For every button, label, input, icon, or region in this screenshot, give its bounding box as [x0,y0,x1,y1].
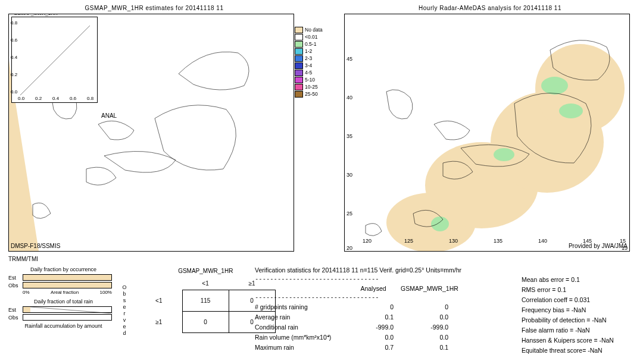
lon-tick: 140 [538,238,547,244]
score-row: RMS error = 0.1 [522,286,614,296]
legend-label: 25-50 [305,91,318,97]
verif-row: Rain volume (mm*km²x10⁴)0.00.0 [255,332,461,342]
verif-estimate: 0.0 [401,334,448,341]
bar-est-occurrence [23,274,112,281]
skill-scores: Mean abs error = 0.1RMS error = 0.1Corre… [522,276,614,357]
ctable-row-lt: <1 [136,290,182,311]
verif-label: # gridpoints raining [255,303,353,310]
legend-swatch [295,77,303,83]
verif-analysed: 0.0 [353,334,401,341]
inset-xtick: 0.4 [52,96,59,101]
lat-tick: 40 [347,95,352,101]
score-row: Correlation coeff = 0.031 [522,296,614,306]
svg-line-1 [30,307,113,313]
verif-analysed: -999.0 [353,324,401,331]
verif-label: Average rain [255,313,353,321]
inset-ytick: 0.2 [11,72,17,77]
inset-diagonal [12,17,98,103]
legend-row: 1-2 [295,48,330,55]
legend-swatch [295,34,303,40]
inset-title: GSMAP_MWR_1HR [14,14,58,16]
ctable-col-lt: <1 [182,278,229,290]
lon-tick: 120 [363,238,372,244]
inset-xtick: 0.0 [18,96,24,101]
bar-label-obs2: Obs [8,315,23,321]
legend-label: No data [305,27,323,33]
axis-0: 0% [23,290,30,295]
inset-ytick: 0.8 [11,20,17,26]
verif-estimate: 0.0 [401,313,448,321]
daily-fraction-bars: Daily fraction by occurrence Est Obs 0%A… [8,266,118,329]
lat-tick: 25 [347,211,352,216]
inset-xtick: 0.6 [70,96,76,101]
bar-label-est2: Est [8,307,23,313]
legend-swatch [295,62,303,69]
bar-obs-occurrence [23,282,112,288]
legend-swatch [295,41,303,48]
lon-tick: 130 [449,238,458,244]
verif-label: Conditional rain [255,324,353,331]
bar-label-est: Est [8,275,23,281]
color-legend: No data<0.010.5-11-22-33-44-55-1010-2525… [295,26,330,98]
legend-label: 10-25 [305,84,318,90]
legend-row: 25-50 [295,90,330,98]
verif-row: Maximum rain0.70.1 [255,342,461,352]
verif-estimate: 0.1 [401,344,448,351]
bar-est-total [23,306,112,313]
scatter-inset: GSMAP_MWR_1HR 0.8 0.6 0.4 0.2 0.0 0.0 0.… [11,17,98,103]
score-row: Probability of detection = -NaN [522,316,614,327]
verif-header: Verification statistics for 20141118 11 … [255,266,461,274]
verif-row: Conditional rain-999.0-999.0 [255,322,461,332]
legend-label: 5-10 [305,77,315,83]
gsmap-estimate-map: GSMAP_MWR_1HR 0.8 0.6 0.4 0.2 0.0 0.0 0.… [8,14,294,252]
bars-title-accum: Rainfall accumulation by amount [8,323,118,329]
verif-analysed: 0.1 [353,313,401,321]
verification-stats: Verification statistics for 20141118 11 … [255,266,461,352]
score-row: Equitable threat score= -NaN [522,347,614,357]
verif-row: Average rain0.10.0 [255,312,461,322]
legend-label: <0.01 [305,34,318,40]
inset-ytick: 0.0 [11,89,17,95]
legend-row: 0.5-1 [295,40,330,48]
legend-label: 1-2 [305,48,312,54]
legend-label: 2-3 [305,55,312,61]
verif-dashes2: --------------------------------- [255,293,461,300]
bars-title-occurrence: Daily fraction by occurrence [8,266,118,272]
verif-estimate: 0 [401,303,448,310]
ctable-cell: 115 [182,290,229,311]
legend-swatch [295,91,303,98]
score-row: Hanssen & Kuipers score = -NaN [522,337,614,347]
verif-estimate: -999.0 [401,324,448,331]
bar-label-obs: Obs [8,283,23,288]
legend-label: 4-5 [305,70,312,76]
verif-label: Rain volume (mm*km²x10⁴) [255,334,353,341]
satellite-label: DMSP-F18/SSMIS [11,243,60,249]
observed-vertical-label: Observed [121,284,127,337]
legend-row: 4-5 [295,69,330,76]
coastline-right [345,14,630,252]
ctable-cell: 0 [182,311,229,332]
legend-swatch [295,84,303,90]
svg-line-0 [20,26,90,95]
verif-row: # gridpoints raining00 [255,302,461,312]
bar-obs-total [23,314,112,321]
right-map-title: Hourly Radar-AMeDAS analysis for 2014111… [344,5,636,11]
legend-row: 10-25 [295,83,330,90]
score-row: False alarm ratio = -NaN [522,327,614,337]
inset-ytick: 0.4 [11,55,17,60]
verif-analysed: 0 [353,303,401,310]
verif-label: Maximum rain [255,344,353,351]
legend-row: <0.01 [295,33,330,40]
inset-xtick: 0.2 [35,96,42,101]
lat-tick: 35 [347,133,352,139]
legend-label: 0.5-1 [305,41,316,47]
legend-swatch [295,27,303,33]
score-row: Frequency bias = -NaN [522,306,614,316]
legend-row: 3-4 [295,62,330,69]
legend-swatch [295,48,303,55]
axis-100: 100% [100,290,112,295]
score-row: Mean abs error = 0.1 [522,276,614,286]
bars-title-totalrain: Daily fraction of total rain [8,299,118,305]
legend-label: 3-4 [305,62,312,68]
radar-amedas-map: 45 40 35 30 25 20 120 125 130 135 140 14… [344,14,630,252]
